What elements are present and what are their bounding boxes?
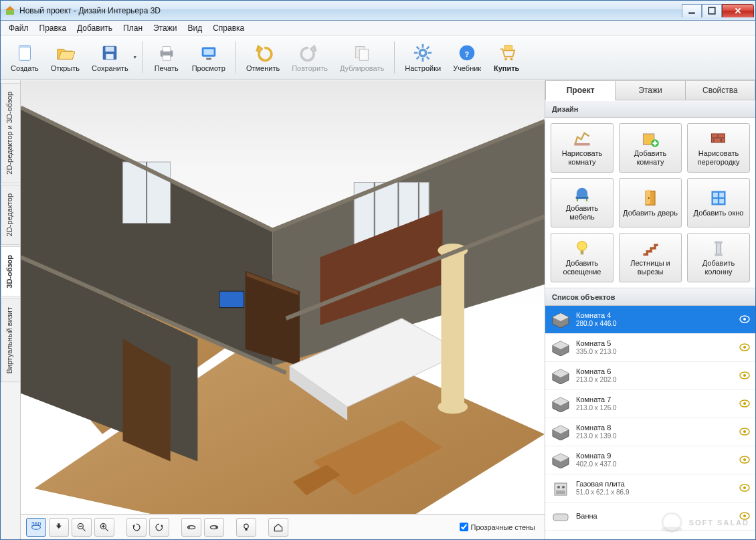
menu-plan[interactable]: План xyxy=(118,21,148,35)
action-draw-room[interactable]: Нарисовать комнату xyxy=(551,123,613,173)
zoom-in-icon[interactable] xyxy=(94,518,114,537)
svg-point-74 xyxy=(244,524,248,528)
zoom-out-icon[interactable] xyxy=(72,518,92,537)
menu-help[interactable]: Справка xyxy=(207,21,250,35)
menu-floors[interactable]: Этажи xyxy=(148,21,182,35)
right-panel: Проект Этажи Свойства Дизайн Нарисовать … xyxy=(545,80,755,539)
toolbar-save-dropdown[interactable]: ▼ xyxy=(132,38,138,77)
action-add-light[interactable]: Добавить освещение xyxy=(551,233,613,282)
toolbar-duplicate[interactable]: Дублировать xyxy=(334,38,390,77)
close-button[interactable] xyxy=(722,4,754,17)
svg-rect-81 xyxy=(715,139,721,143)
view-pan-icon[interactable] xyxy=(49,518,69,537)
action-add-column[interactable]: Добавить колонну xyxy=(687,233,750,282)
visibility-eye-icon[interactable] xyxy=(739,456,750,465)
visibility-eye-icon[interactable] xyxy=(739,512,750,521)
tab-2d-editor[interactable]: 2D-редактор xyxy=(1,185,20,245)
svg-rect-85 xyxy=(577,199,578,202)
toolbar-preview[interactable]: Просмотр xyxy=(186,38,231,77)
menu-edit[interactable]: Правка xyxy=(34,21,72,35)
svg-rect-97 xyxy=(715,254,723,257)
object-row[interactable]: Комната 4280.0 x 446.0 xyxy=(545,306,755,334)
view-toolbar: 360 Прозрачные стены xyxy=(21,514,545,539)
3d-viewport[interactable] xyxy=(21,80,545,514)
object-row[interactable]: Комната 5335.0 x 213.0 xyxy=(545,334,755,362)
object-name: Газовая плита xyxy=(576,480,734,488)
panel-head-objects: Список объектов xyxy=(545,288,755,306)
svg-rect-7 xyxy=(106,46,114,52)
svg-rect-128 xyxy=(553,514,568,521)
visibility-eye-icon[interactable] xyxy=(739,371,750,381)
menu-file[interactable]: Файл xyxy=(3,21,34,35)
object-row[interactable]: Комната 7213.0 x 126.0 xyxy=(545,390,755,418)
object-name: Комната 7 xyxy=(576,395,734,404)
menu-view[interactable]: Вид xyxy=(182,21,207,35)
object-row[interactable]: Газовая плита51.0 x 62.1 x 86.9 xyxy=(545,474,755,503)
svg-point-123 xyxy=(557,486,560,488)
object-name: Комната 6 xyxy=(576,367,734,376)
tab-3d-view[interactable]: 3D-обзор xyxy=(1,246,20,297)
toolbar-save[interactable]: Сохранить xyxy=(86,38,134,77)
visibility-eye-icon[interactable] xyxy=(739,315,750,325)
svg-rect-49 xyxy=(441,250,464,407)
object-thumb-icon xyxy=(551,452,571,469)
tab-virtual-visit[interactable]: Виртуальный визит xyxy=(1,298,20,383)
svg-rect-79 xyxy=(712,134,718,138)
action-draw-partition[interactable]: Нарисовать перегородку xyxy=(687,123,750,173)
svg-line-22 xyxy=(417,46,419,49)
visibility-eye-icon[interactable] xyxy=(739,428,750,437)
visibility-eye-icon[interactable] xyxy=(739,484,750,493)
object-dims: 402.0 x 437.0 xyxy=(576,460,734,468)
object-row[interactable]: Ванна xyxy=(545,503,755,531)
rotate-cw-icon[interactable] xyxy=(149,518,169,537)
titlebar: Новый проект - Дизайн Интерьера 3D xyxy=(1,1,755,21)
action-add-room[interactable]: Добавить комнату xyxy=(619,123,682,173)
action-add-furniture[interactable]: Добавить мебель xyxy=(551,178,613,228)
menu-add[interactable]: Добавить xyxy=(72,21,118,35)
panel-tab-project[interactable]: Проект xyxy=(545,80,616,100)
maximize-button[interactable] xyxy=(702,4,722,17)
panel-tab-properties[interactable]: Свойства xyxy=(686,80,755,100)
object-name: Комната 5 xyxy=(576,339,734,348)
action-stairs[interactable]: Лестницы и вырезы xyxy=(619,233,682,282)
tab-2d-and-3d[interactable]: 2D-редактор и 3D-обзор xyxy=(1,83,20,183)
transparent-walls-checkbox[interactable]: Прозрачные стены xyxy=(460,523,539,531)
toolbar-settings[interactable]: Настройки xyxy=(399,38,447,77)
toolbar-buy[interactable]: Купить xyxy=(487,38,526,77)
svg-point-130 xyxy=(743,515,746,517)
object-name: Комната 4 xyxy=(576,311,734,320)
minimize-button[interactable] xyxy=(682,4,702,17)
orbit-left-icon[interactable] xyxy=(181,518,201,537)
transparent-walls-input[interactable] xyxy=(460,523,468,531)
object-row[interactable]: Комната 6213.0 x 202.0 xyxy=(545,362,755,390)
action-add-door[interactable]: Добавить дверь xyxy=(619,178,682,228)
visibility-eye-icon[interactable] xyxy=(739,343,750,353)
panel-tab-floors[interactable]: Этажи xyxy=(616,80,685,100)
svg-point-124 xyxy=(562,486,565,488)
svg-rect-82 xyxy=(712,139,715,143)
orbit-right-icon[interactable] xyxy=(204,518,224,537)
menubar: Файл Правка Добавить План Этажи Вид Спра… xyxy=(1,21,755,35)
toolbar-print[interactable]: Печать xyxy=(147,38,186,77)
object-dims: 213.0 x 139.0 xyxy=(576,432,734,440)
action-add-window[interactable]: Добавить окно xyxy=(687,178,750,228)
object-row[interactable]: Комната 9402.0 x 437.0 xyxy=(545,446,755,474)
svg-marker-1 xyxy=(5,6,15,10)
light-toggle-icon[interactable] xyxy=(236,518,256,537)
svg-line-24 xyxy=(427,46,430,49)
svg-rect-83 xyxy=(722,139,725,143)
object-row[interactable]: Комната 8213.0 x 139.0 xyxy=(545,418,755,446)
home-view-icon[interactable] xyxy=(268,518,288,537)
rotate-ccw-icon[interactable] xyxy=(126,518,147,537)
svg-point-127 xyxy=(743,486,746,489)
svg-point-29 xyxy=(504,58,507,60)
toolbar-open[interactable]: Открыть xyxy=(45,38,86,77)
svg-point-89 xyxy=(648,197,650,199)
object-thumb-icon xyxy=(551,508,571,525)
toolbar-create[interactable]: Создать xyxy=(5,38,45,77)
toolbar-undo[interactable]: Отменить xyxy=(240,38,286,77)
view-360-icon[interactable]: 360 xyxy=(26,518,46,537)
toolbar-tutorial[interactable]: ?Учебник xyxy=(447,38,487,77)
toolbar-redo[interactable]: Повторить xyxy=(286,38,334,77)
visibility-eye-icon[interactable] xyxy=(739,399,750,409)
